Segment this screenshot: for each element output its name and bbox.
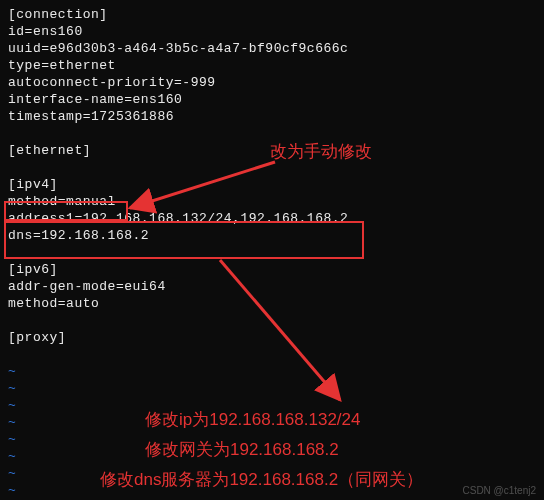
- cfg-section-ipv4: [ipv4]: [8, 177, 58, 192]
- vim-tilde: ~: [8, 398, 16, 413]
- cfg-addr-gen-mode: addr-gen-mode=eui64: [8, 279, 166, 294]
- cfg-section-connection: [connection]: [8, 7, 108, 22]
- vim-tilde: ~: [8, 381, 16, 396]
- vim-tilde: ~: [8, 466, 16, 481]
- cfg-timestamp: timestamp=1725361886: [8, 109, 174, 124]
- vim-tilde: ~: [8, 449, 16, 464]
- cfg-uuid: uuid=e96d30b3-a464-3b5c-a4a7-bf90cf9c666…: [8, 41, 348, 56]
- cfg-dns: dns=192.168.168.2: [8, 228, 149, 243]
- cfg-autoconnect-priority: autoconnect-priority=-999: [8, 75, 216, 90]
- terminal-editor[interactable]: [connection] id=ens160 uuid=e96d30b3-a46…: [0, 0, 544, 500]
- vim-tilde: ~: [8, 432, 16, 447]
- cfg-id: id=ens160: [8, 24, 83, 39]
- cfg-method-ipv4: method=manual: [8, 194, 116, 209]
- vim-tilde: ~: [8, 364, 16, 379]
- cfg-method-ipv6: method=auto: [8, 296, 99, 311]
- vim-tilde: ~: [8, 415, 16, 430]
- cfg-section-ethernet: [ethernet]: [8, 143, 91, 158]
- vim-tilde: ~: [8, 483, 16, 498]
- cfg-address1: address1=192.168.168.132/24,192.168.168.…: [8, 211, 348, 226]
- cfg-type: type=ethernet: [8, 58, 116, 73]
- cfg-section-ipv6: [ipv6]: [8, 262, 58, 277]
- cfg-section-proxy: [proxy]: [8, 330, 66, 345]
- cfg-interface-name: interface-name=ens160: [8, 92, 182, 107]
